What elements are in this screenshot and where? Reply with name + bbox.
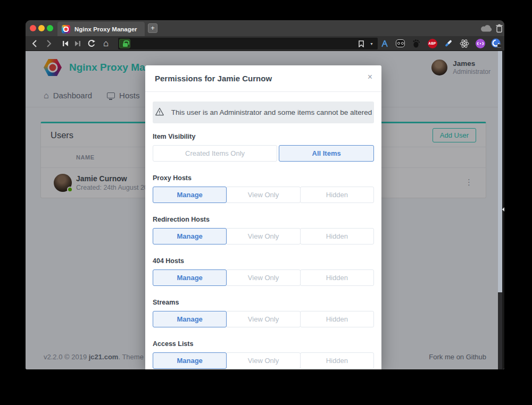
permissions-modal: Permissions for Jamie Curnow × This user…	[145, 65, 381, 369]
adblock-plus-extension-icon[interactable]: ABP	[427, 38, 437, 48]
sync-cloud-icon[interactable]	[480, 24, 493, 34]
tab-title: Nginx Proxy Manager	[74, 26, 137, 32]
maximize-window-button[interactable]	[47, 25, 53, 31]
redirection-hosts-group: Manage View Only Hidden	[153, 228, 374, 244]
minimize-window-button[interactable]	[38, 25, 45, 31]
proxy-hosts-view-only-button[interactable]: View Only	[226, 187, 300, 203]
streams-manage-button[interactable]: Manage	[153, 311, 227, 327]
rewind-icon[interactable]	[62, 36, 69, 50]
streams-label: Streams	[153, 299, 374, 306]
browser-tab[interactable]: Nginx Proxy Manager	[57, 22, 145, 36]
streams-hidden-button[interactable]: Hidden	[300, 311, 374, 327]
streams-group: Manage View Only Hidden	[153, 311, 374, 327]
streams-view-only-button[interactable]: View Only	[226, 311, 300, 327]
forward-icon[interactable]	[46, 36, 52, 50]
404-hosts-group: Manage View Only Hidden	[153, 269, 374, 286]
redirection-hosts-view-only-button[interactable]: View Only	[226, 228, 300, 244]
atom-extension-icon[interactable]	[459, 38, 469, 48]
sync-lock-extension-icon[interactable]	[491, 38, 501, 48]
close-window-button[interactable]	[30, 25, 36, 31]
proxy-hosts-group: Manage View Only Hidden	[153, 187, 374, 203]
access-lists-label: Access Lists	[153, 340, 374, 348]
pen-extension-icon[interactable]	[443, 38, 453, 48]
warning-text: This user is an Administrator and some i…	[171, 108, 372, 116]
404-hosts-view-only-button[interactable]: View Only	[226, 269, 300, 286]
access-lists-view-only-button[interactable]: View Only	[226, 352, 300, 369]
fast-forward-icon[interactable]	[74, 36, 81, 50]
item-visibility-label: Item Visibility	[153, 133, 374, 140]
home-icon[interactable]: ⌂	[103, 36, 109, 50]
404-hosts-manage-button[interactable]: Manage	[153, 269, 227, 286]
access-lists-group: Manage View Only Hidden	[153, 352, 374, 369]
close-icon[interactable]: ×	[368, 73, 372, 81]
trash-icon[interactable]	[496, 24, 503, 35]
desktop: Nginx Proxy Manager + ⌂	[0, 0, 532, 405]
page-content: Nginx Proxy Manager James Administrator …	[26, 51, 504, 369]
npm-favicon-icon	[62, 25, 70, 33]
new-tab-button[interactable]: +	[148, 23, 157, 33]
reload-icon[interactable]	[87, 36, 96, 50]
proxy-hosts-hidden-button[interactable]: Hidden	[300, 187, 374, 203]
created-items-only-button[interactable]: Created Items Only	[153, 145, 277, 162]
admin-warning-banner: This user is an Administrator and some i…	[153, 102, 374, 123]
404-hosts-label: 404 Hosts	[153, 257, 374, 265]
https-lock-icon[interactable]	[119, 39, 130, 48]
warning-triangle-icon	[155, 107, 164, 118]
proxy-fork-extension-icon[interactable]	[379, 38, 389, 48]
scrollbar-thumb[interactable]	[498, 51, 502, 292]
access-lists-manage-button[interactable]: Manage	[153, 352, 227, 369]
404-hosts-hidden-button[interactable]: Hidden	[300, 269, 374, 286]
address-bar[interactable]: ▼	[118, 38, 378, 49]
item-visibility-group: Created Items Only All Items	[153, 145, 374, 162]
proxy-hosts-manage-button[interactable]: Manage	[153, 187, 227, 203]
redirection-hosts-manage-button[interactable]: Manage	[153, 228, 227, 244]
redirection-hosts-label: Redirection Hosts	[153, 216, 374, 223]
proxy-hosts-label: Proxy Hosts	[153, 174, 374, 182]
browser-toolbar: ⌂ ▼ ABP	[26, 36, 504, 51]
modal-title: Permissions for Jamie Curnow	[155, 74, 272, 83]
panel-toggle-icon[interactable]	[502, 207, 504, 212]
all-items-button[interactable]: All Items	[279, 145, 374, 162]
bookmark-caret-icon[interactable]: ▼	[370, 42, 373, 46]
redirection-hosts-hidden-button[interactable]: Hidden	[300, 228, 374, 244]
back-icon[interactable]	[31, 36, 37, 50]
purple-app-extension-icon[interactable]	[475, 38, 485, 48]
browser-window: Nginx Proxy Manager + ⌂	[26, 20, 504, 369]
goggles-extension-icon[interactable]	[395, 38, 405, 48]
bookmark-icon[interactable]	[359, 40, 364, 49]
browser-tab-bar: Nginx Proxy Manager +	[26, 20, 504, 36]
access-lists-hidden-button[interactable]: Hidden	[300, 352, 374, 369]
gnome-foot-extension-icon[interactable]	[411, 38, 421, 48]
